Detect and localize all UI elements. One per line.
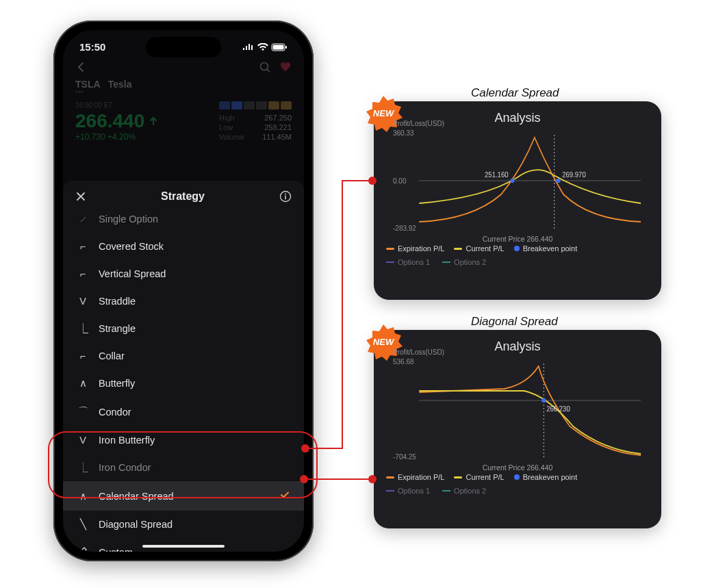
ohlc-stats: High267.250 Low258.221 Volume111.45M — [219, 114, 292, 141]
strategy-glyph-icon: ⌐ — [77, 241, 89, 252]
strategy-item-strangle[interactable]: ⎿ Strangle — [63, 315, 304, 342]
strategy-label: Vertical Spread — [99, 268, 166, 279]
pl-chart-calendar: Profit/Loss(USD) 360.33 0.00 -283.92 Cur… — [393, 129, 642, 232]
strategy-list[interactable]: ⟋ Single Option ⌐ Covered Stock ⌐ Vertic… — [63, 212, 304, 552]
card-title-calendar: Calendar Spread — [471, 86, 559, 100]
symbol: TSLA — [75, 79, 100, 90]
phone-screen: 15:50 TSLA — [63, 30, 304, 552]
back-icon[interactable] — [75, 62, 86, 73]
strategy-label: Collar — [99, 350, 125, 361]
legend-primary: Expiration P/L Current P/L Breakeven poi… — [386, 244, 649, 253]
strategy-item-iron-butterfly[interactable]: V Iron Butterfly — [63, 426, 304, 454]
phone-frame: 15:50 TSLA — [53, 21, 314, 561]
strategy-glyph-icon: V — [77, 435, 89, 446]
strategy-glyph-icon: ⟋ — [77, 214, 89, 225]
top-nav — [63, 57, 304, 77]
strategy-item-iron-condor[interactable]: ⎿ Iron Condor — [63, 454, 304, 481]
edit-icon — [77, 546, 89, 552]
svg-rect-1 — [273, 44, 284, 49]
strategy-glyph-icon: ⎿ — [77, 462, 89, 473]
info-icon[interactable] — [279, 190, 292, 203]
strategy-label: Calendar Spread — [99, 491, 174, 502]
quote-timestamp: 16:00:00 ET — [75, 101, 158, 109]
svg-text:266.230: 266.230 — [546, 405, 570, 413]
notch — [146, 37, 221, 57]
strategy-label: Strangle — [99, 323, 136, 334]
strategy-glyph-icon: V — [77, 296, 89, 307]
heart-icon[interactable] — [279, 61, 292, 73]
card-title-diagonal: Diagonal Spread — [471, 315, 558, 329]
strategy-glyph-icon: ⌒ — [77, 405, 89, 418]
svg-rect-2 — [285, 46, 287, 49]
strategy-item-covered-stock[interactable]: ⌐ Covered Stock — [63, 233, 304, 260]
strategy-label: Iron Condor — [99, 462, 151, 473]
strategy-glyph-icon: ∧ — [77, 378, 89, 389]
strategy-label: Covered Stock — [99, 241, 164, 252]
svg-text:251.160: 251.160 — [485, 171, 509, 179]
strategy-item-single-option[interactable]: ⟋ Single Option — [63, 212, 304, 233]
strategy-glyph-icon: ∧ — [77, 491, 89, 502]
market-badges — [219, 101, 292, 110]
strategy-item-collar[interactable]: ⌐ Collar — [63, 342, 304, 370]
masked: *** — [75, 90, 84, 97]
svg-point-16 — [556, 179, 560, 183]
legend-primary: Expiration P/L Current P/L Breakeven poi… — [386, 473, 649, 481]
svg-text:NEW: NEW — [373, 337, 395, 347]
strategy-item-diagonal-spread[interactable]: ╲ Diagonal Spread — [63, 511, 304, 538]
status-time: 15:50 — [79, 41, 105, 53]
svg-point-5 — [285, 194, 286, 195]
svg-text:NEW: NEW — [373, 108, 395, 118]
svg-point-15 — [510, 179, 514, 183]
svg-text:269.970: 269.970 — [562, 171, 586, 179]
analysis-card-calendar: NEW Analysis Profit/Loss(USD) 360.33 0.0… — [374, 101, 661, 300]
svg-point-23 — [541, 398, 546, 402]
last-price: 266.440 — [75, 110, 158, 132]
svg-rect-6 — [285, 196, 286, 200]
analysis-card-diagonal: NEW Analysis Profit/Loss(USD) 536.68 -70… — [374, 330, 661, 528]
sheet-title: Strategy — [86, 190, 279, 203]
strategy-glyph-icon: ⎿ — [77, 323, 89, 334]
strategy-item-straddle[interactable]: V Straddle — [63, 287, 304, 315]
strategy-label: Butterfly — [99, 378, 135, 389]
strategy-label: Single Option — [99, 214, 158, 225]
close-icon[interactable] — [75, 191, 86, 202]
strategy-label: Condor — [99, 407, 131, 418]
strategy-glyph-icon: ╲ — [77, 519, 89, 530]
strategy-item-butterfly[interactable]: ∧ Butterfly — [63, 370, 304, 397]
quote-panel: TSLA Tesla *** 16:00:00 ET 266.440 +10.7… — [63, 77, 304, 142]
search-icon[interactable] — [259, 61, 271, 73]
check-icon — [279, 489, 290, 502]
strategy-item-condor[interactable]: ⌒ Condor — [63, 397, 304, 426]
strategy-label: Diagonal Spread — [99, 519, 173, 530]
strategy-sheet: Strategy ⟋ Single Option ⌐ Covered Stock… — [63, 181, 304, 552]
strategy-glyph-icon: ⌐ — [77, 268, 89, 279]
strategy-label: Iron Butterfly — [99, 435, 155, 446]
legend-secondary: Options 1 Options 2 — [386, 258, 649, 266]
strategy-label: Custom — [99, 547, 133, 552]
status-icons — [242, 43, 288, 51]
strategy-glyph-icon: ⌐ — [77, 350, 89, 361]
strategy-item-calendar-spread[interactable]: ∧ Calendar Spread — [63, 481, 304, 511]
home-indicator — [142, 545, 225, 548]
strategy-item-vertical-spread[interactable]: ⌐ Vertical Spread — [63, 260, 304, 287]
price-change: +10.730 +4.20% — [75, 132, 158, 142]
legend-secondary: Options 1 Options 2 — [386, 487, 649, 495]
pl-chart-diagonal: Profit/Loss(USD) 536.68 -704.25 Current … — [393, 358, 642, 461]
strategy-label: Straddle — [99, 296, 136, 307]
company-name: Tesla — [108, 79, 132, 90]
